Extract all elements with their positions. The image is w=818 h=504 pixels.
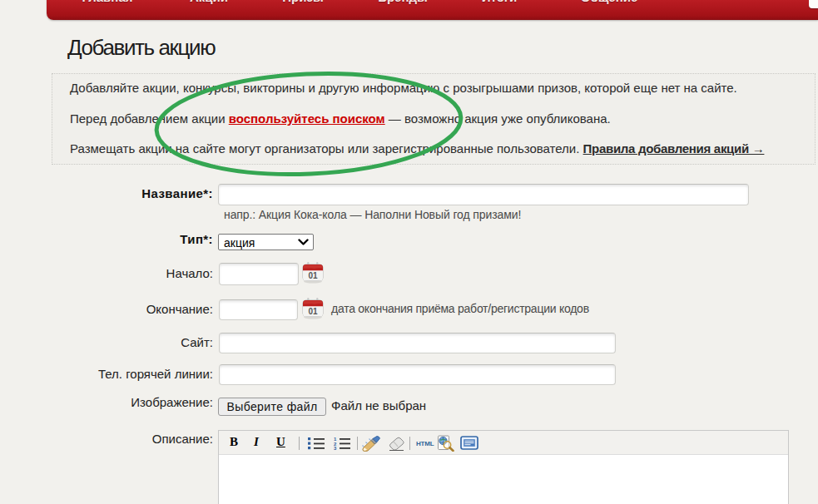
svg-text:3: 3 [334, 446, 337, 450]
svg-text:01: 01 [308, 307, 318, 316]
svg-text:01: 01 [308, 271, 318, 280]
